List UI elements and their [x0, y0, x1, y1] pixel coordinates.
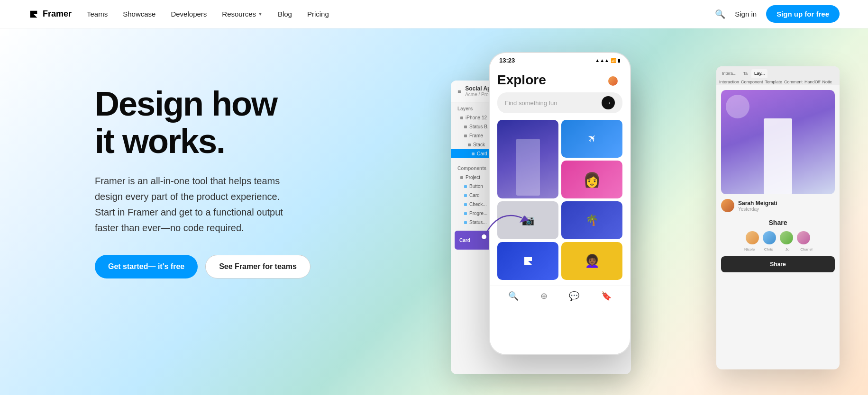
right-inspector-panel: Intera... Ta Lay... Interaction Componen…	[716, 66, 840, 369]
rp-user-row: Sarah Meigrati Yesterday	[721, 199, 835, 212]
framer-photo-cell	[497, 242, 558, 280]
tree-dot-icon	[464, 194, 467, 197]
tree-dot-icon	[464, 185, 467, 188]
rp-building-shape	[764, 118, 792, 194]
plane-icon: ✈	[585, 131, 599, 146]
signin-link[interactable]: Sign in	[735, 10, 757, 18]
rp-user-avatar	[721, 199, 734, 212]
label-jo: Jo	[780, 247, 795, 251]
nav-bookmark-icon[interactable]: 🔖	[601, 291, 612, 301]
user-avatar	[607, 75, 619, 87]
rp-time: Yesterday	[738, 206, 777, 212]
framer-logo-icon	[28, 9, 39, 19]
nav-showcase[interactable]: Showcase	[123, 10, 155, 18]
rp-user-info: Sarah Meigrati Yesterday	[738, 200, 777, 212]
search-bar[interactable]: Find something fun →	[497, 92, 622, 113]
tree-dot-icon	[472, 153, 475, 155]
explore-title: Explore	[497, 72, 622, 88]
phone-status-icons: ▲▲▲ 📶 ▮	[595, 58, 621, 63]
sub-tab-4[interactable]: Comment	[784, 80, 803, 84]
nav-add-icon[interactable]: ⊕	[540, 291, 548, 301]
navbar-left: Framer Teams Showcase Developers Resourc…	[28, 9, 329, 19]
search-placeholder: Find something fun	[505, 99, 557, 107]
nav-teams[interactable]: Teams	[87, 10, 108, 18]
see-teams-button[interactable]: See Framer for teams	[205, 255, 311, 278]
nav-blog[interactable]: Blog	[278, 10, 292, 18]
photo-grid: ✈ 👩 📷	[497, 120, 622, 280]
hero-subtitle: Framer is an all-in-one tool that helps …	[95, 173, 294, 236]
avatar-chanel	[797, 231, 810, 244]
signup-button[interactable]: Sign up for free	[766, 5, 840, 23]
explore-header: Explore	[497, 72, 622, 88]
navbar: Framer Teams Showcase Developers Resourc…	[0, 0, 868, 28]
tree-dot-icon	[464, 221, 467, 224]
sky-circle	[726, 95, 749, 118]
rp-building-image	[721, 90, 835, 194]
framer-small-icon	[522, 255, 534, 267]
tab-interaction[interactable]: Intera...	[719, 69, 740, 78]
phone-status-bar: 13:23 ▲▲▲ 📶 ▮	[490, 53, 630, 67]
tab-template[interactable]: Lay...	[751, 69, 767, 78]
nav-chat-icon[interactable]: 💬	[569, 291, 579, 301]
hero-content: Design how it works. Framer is an all-in…	[95, 85, 311, 278]
yellow-bg: 👩🏾‍🦱	[561, 242, 622, 280]
chevron-down-icon: ▼	[258, 11, 263, 17]
tree-dot-icon	[464, 203, 467, 206]
tree-dot-icon	[460, 117, 463, 119]
get-started-button[interactable]: Get started— it's free	[95, 255, 198, 278]
rp-avatar-labels: Nicole Chris Jo Chanel	[721, 247, 835, 251]
phone-mockup: 13:23 ▲▲▲ 📶 ▮ Explore Find something fun…	[489, 52, 631, 355]
nav-developers[interactable]: Developers	[171, 10, 207, 18]
avatar-chris	[763, 231, 776, 244]
phone-bottom-nav: 🔍 ⊕ 💬 🔖	[490, 286, 630, 309]
framer-cell-bg	[497, 242, 558, 280]
sub-tab-5[interactable]: HandOff	[804, 80, 820, 84]
navbar-right: 🔍 Sign in Sign up for free	[715, 5, 840, 23]
sub-tab-1[interactable]: Interaction	[719, 80, 739, 84]
camera-bg: 📷	[497, 201, 558, 239]
right-panel-content: Sarah Meigrati Yesterday Share Nicole Ch…	[716, 85, 840, 277]
person-bg: 👩	[561, 161, 622, 198]
sub-tab-2[interactable]: Component	[741, 80, 763, 84]
right-panel-tabs: Intera... Ta Lay...	[716, 66, 840, 78]
tree-dot-icon	[464, 212, 467, 215]
wifi-icon: 📶	[611, 58, 616, 63]
sub-tab-6[interactable]: Notic	[822, 80, 832, 84]
search-icon[interactable]: 🔍	[715, 9, 725, 19]
yellow-person-icon: 👩🏾‍🦱	[585, 254, 600, 269]
person-icon: 👩	[583, 171, 601, 188]
avatar-jo	[780, 231, 793, 244]
palms-icon: 🌴	[585, 214, 598, 226]
building-photo-cell	[497, 120, 558, 198]
tree-dot-icon	[460, 176, 463, 179]
plane-photo-cell: ✈	[561, 120, 622, 158]
rp-username: Sarah Meigrati	[738, 200, 777, 206]
navbar-logo[interactable]: Framer	[28, 9, 72, 19]
camera-icon: 📷	[521, 214, 534, 226]
nav-pricing[interactable]: Pricing	[307, 10, 329, 18]
rp-share-button[interactable]: Share	[721, 256, 835, 272]
rp-share-title: Share	[721, 219, 835, 226]
person-photo-cell: 👩	[561, 161, 622, 198]
building-bg	[497, 120, 558, 198]
camera-photo-cell: 📷	[497, 201, 558, 239]
nav-resources[interactable]: Resources ▼	[222, 10, 263, 18]
menu-icon: ≡	[457, 88, 461, 95]
label-chris: Chris	[761, 247, 776, 251]
hero-buttons: Get started— it's free See Framer for te…	[95, 255, 311, 278]
building-shape	[516, 139, 540, 196]
avatar-nicole	[746, 231, 759, 244]
nav-search-icon[interactable]: 🔍	[508, 291, 519, 301]
right-panel-sub-tabs: Interaction Component Template Comment H…	[716, 78, 840, 85]
tree-dot-icon	[464, 135, 467, 137]
yellow-photo-cell: 👩🏾‍🦱	[561, 242, 622, 280]
plane-bg: ✈	[561, 120, 622, 158]
battery-icon: ▮	[618, 58, 621, 63]
tab-component[interactable]: Ta	[740, 69, 751, 78]
palms-photo-cell: 🌴	[561, 201, 622, 239]
tree-dot-icon	[464, 126, 467, 128]
label-chanel: Chanel	[799, 247, 813, 251]
rp-share-avatars	[721, 231, 835, 244]
phone-time: 13:23	[499, 57, 515, 64]
sub-tab-3[interactable]: Template	[765, 80, 783, 84]
